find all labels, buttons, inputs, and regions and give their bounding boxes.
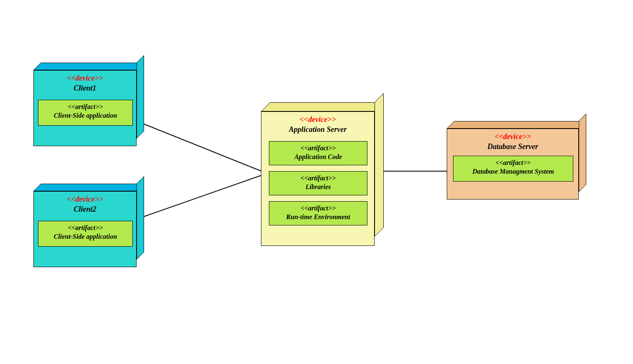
node-appserver: <<device>> Application Server <<artifact… — [261, 102, 382, 248]
artifact-client1-app-name: Client-Side application — [38, 111, 132, 119]
artifact-appserver-libraries: <<artifact>> Libraries — [269, 171, 367, 195]
node-dbserver-top — [447, 121, 586, 129]
node-client1-stereotype: <<device>> — [34, 74, 136, 83]
artifact-appserver-code: <<artifact>> Application Code — [269, 141, 367, 165]
node-client2-name: Client2 — [34, 205, 136, 214]
artifact-appserver-libraries-stereotype: <<artifact>> — [269, 174, 367, 182]
node-client1-top — [33, 63, 144, 70]
node-appserver-name: Application Server — [261, 125, 374, 134]
artifact-appserver-code-name: Application Code — [269, 153, 367, 161]
node-client1-side — [137, 55, 144, 139]
artifact-appserver-libraries-name: Libraries — [269, 183, 367, 191]
edge-client2-appserver — [137, 175, 261, 219]
artifact-client2-app-stereotype: <<artifact>> — [38, 224, 132, 232]
node-appserver-side — [375, 93, 384, 237]
node-client2-stereotype: <<device>> — [34, 195, 136, 204]
deployment-diagram-canvas: <<device>> Client1 <<artifact>> Client-S… — [0, 0, 633, 364]
artifact-dbserver-dbms-name: Database Managment System — [453, 167, 573, 175]
node-client1-name: Client1 — [34, 84, 136, 93]
node-appserver-front: <<device>> Application Server <<artifact… — [261, 111, 375, 246]
node-dbserver-side — [579, 114, 586, 192]
node-client2-side — [137, 176, 144, 260]
node-appserver-stereotype: <<device>> — [261, 115, 374, 124]
artifact-appserver-runtime-name: Run-time Environment — [269, 213, 367, 221]
node-dbserver-front: <<device>> Database Server <<artifact>> … — [447, 129, 579, 200]
artifact-dbserver-dbms-stereotype: <<artifact>> — [453, 159, 573, 167]
artifact-appserver-runtime-stereotype: <<artifact>> — [269, 204, 367, 212]
node-appserver-top — [261, 102, 384, 111]
artifact-client2-app-name: Client-Side application — [38, 233, 132, 240]
artifact-client1-app-stereotype: <<artifact>> — [38, 103, 132, 111]
node-client1: <<device>> Client1 <<artifact>> Client-S… — [33, 63, 143, 146]
artifact-client1-app: <<artifact>> Client-Side application — [38, 100, 133, 126]
node-client2-top — [33, 184, 144, 191]
node-dbserver-name: Database Server — [447, 142, 578, 152]
node-dbserver: <<device>> Database Server <<artifact>> … — [447, 121, 585, 205]
node-client1-front: <<device>> Client1 <<artifact>> Client-S… — [33, 70, 137, 146]
node-client2-front: <<device>> Client2 <<artifact>> Client-S… — [33, 191, 137, 267]
node-client2: <<device>> Client2 <<artifact>> Client-S… — [33, 184, 143, 267]
artifact-dbserver-dbms: <<artifact>> Database Managment System — [453, 156, 573, 182]
artifact-appserver-code-stereotype: <<artifact>> — [269, 144, 367, 152]
artifact-client2-app: <<artifact>> Client-Side application — [38, 221, 133, 247]
edge-client1-appserver — [137, 121, 261, 171]
artifact-appserver-runtime: <<artifact>> Run-time Environment — [269, 201, 367, 225]
node-dbserver-stereotype: <<device>> — [447, 132, 578, 142]
